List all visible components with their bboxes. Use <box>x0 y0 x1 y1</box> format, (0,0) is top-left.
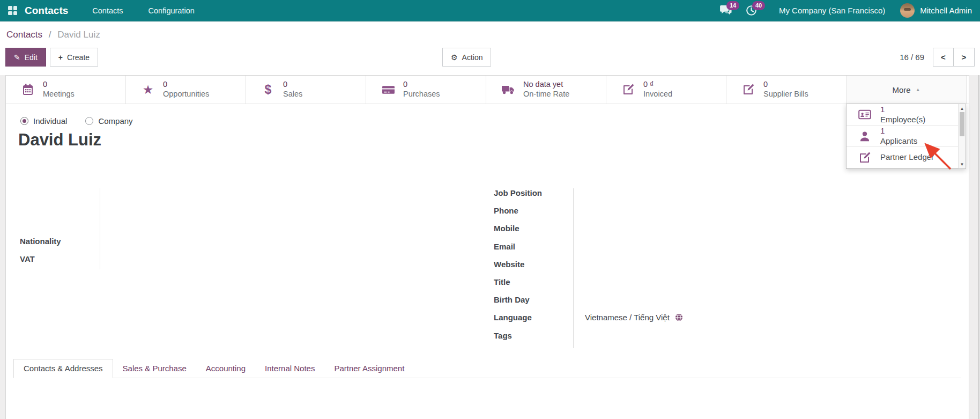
systray: 14 40 My Company (San Francisco) Mitchel… <box>720 3 972 18</box>
field-row-website: Website <box>494 255 815 273</box>
field-row-tags: Tags <box>494 327 815 344</box>
right-field-group: Job Position Phone Mobile Email Website … <box>494 184 815 344</box>
edit-icon <box>741 83 755 97</box>
radio-company-circle[interactable] <box>85 117 93 125</box>
stat-value-opportunities: 0 <box>163 80 209 90</box>
menu-contacts[interactable]: Contacts <box>92 6 123 15</box>
more-button[interactable]: More ▲ <box>847 76 967 104</box>
menu-item-applicants[interactable]: 1 Applicants <box>847 126 966 147</box>
globe-icon[interactable] <box>675 313 683 321</box>
field-row-email: Email <box>494 238 815 255</box>
action-button[interactable]: ⚙ Action <box>442 48 491 67</box>
field-label-nationality: Nationality <box>20 237 61 246</box>
field-row-title: Title <box>494 273 815 291</box>
edit-button-label: Edit <box>25 53 38 62</box>
stat-button-meetings[interactable]: 0 Meetings <box>6 76 126 104</box>
credit-card-icon <box>381 83 395 97</box>
action-button-label: Action <box>462 53 483 62</box>
pager-buttons: < > <box>933 48 975 67</box>
dropdown-scrollbar[interactable]: ▲ ▼ <box>958 104 966 168</box>
radio-individual[interactable]: Individual <box>20 116 67 126</box>
tab-partner-assignment[interactable]: Partner Assignment <box>324 359 414 378</box>
menu-item-partner-ledger[interactable]: Partner Ledger <box>847 147 966 168</box>
more-dropdown-menu: 1 Employee(s) 1 Applicants Partner Ledge… <box>846 104 966 169</box>
pager-previous-button[interactable]: < <box>933 48 954 67</box>
caret-up-icon: ▲ <box>916 87 920 92</box>
star-icon: ★ <box>141 83 155 97</box>
menu-value-employees: 1 <box>880 105 925 115</box>
field-row-birth-day: Birth Day <box>494 291 815 308</box>
pencil-icon: ✎ <box>14 54 20 61</box>
tab-sales-purchase[interactable]: Sales & Purchase <box>113 359 196 378</box>
user-menu[interactable]: Mitchell Admin <box>920 6 972 15</box>
user-avatar[interactable] <box>900 3 915 18</box>
radio-company[interactable]: Company <box>85 116 132 126</box>
field-label-job-position: Job Position <box>494 188 573 197</box>
tab-accounting[interactable]: Accounting <box>196 359 255 378</box>
pager: 16 / 69 < > <box>900 48 975 67</box>
create-button-label: Create <box>67 53 90 62</box>
control-panel: Contacts / David Luiz ✎ Edit + Create ⚙ … <box>0 21 980 75</box>
messages-icon[interactable]: 14 <box>720 5 732 17</box>
app-brand[interactable]: Contacts <box>25 5 68 17</box>
radio-company-label: Company <box>98 116 132 126</box>
field-row-vat: VAT <box>20 250 99 268</box>
stat-button-purchases[interactable]: 0 Purchases <box>366 76 486 104</box>
calendar-icon <box>21 83 35 97</box>
left-field-group: Nationality VAT <box>20 232 99 268</box>
stat-label-meetings: Meetings <box>43 90 75 99</box>
radio-individual-circle[interactable] <box>20 117 28 125</box>
pager-counter: 16 / 69 <box>900 53 924 62</box>
user-icon <box>858 130 871 143</box>
plus-icon: + <box>58 54 63 61</box>
stat-button-sales[interactable]: $ 0 Sales <box>246 76 366 104</box>
field-label-title: Title <box>494 277 573 286</box>
field-label-vat: VAT <box>20 254 35 263</box>
stat-label-opportunities: Opportunities <box>163 90 209 99</box>
create-button[interactable]: + Create <box>50 48 98 67</box>
edit-icon <box>621 83 635 97</box>
menu-label-partner-ledger: Partner Ledger <box>880 152 934 163</box>
field-label-mobile: Mobile <box>494 224 573 233</box>
gear-icon: ⚙ <box>451 54 458 61</box>
id-card-icon <box>858 108 871 121</box>
scroll-down-icon[interactable]: ▼ <box>959 161 966 167</box>
stat-button-supplier-bills[interactable]: 0 Supplier Bills <box>726 76 847 104</box>
field-label-phone: Phone <box>494 206 573 215</box>
field-row-phone: Phone <box>494 202 815 219</box>
stat-value-sales: 0 <box>283 80 302 90</box>
field-row-mobile: Mobile <box>494 219 815 237</box>
company-type-selector: Individual Company <box>20 116 969 126</box>
menu-item-employees[interactable]: 1 Employee(s) <box>847 104 966 126</box>
edit-button[interactable]: ✎ Edit <box>5 48 46 67</box>
field-label-language: Language <box>494 313 573 322</box>
field-label-birth-day: Birth Day <box>494 295 573 304</box>
messages-badge: 14 <box>726 1 739 10</box>
stat-value-invoiced: 0 ₫ <box>643 80 672 90</box>
stat-button-box: 0 Meetings ★ 0 Opportunities $ 0 Sales <box>6 76 969 104</box>
stat-label-sales: Sales <box>283 90 302 99</box>
breadcrumb: Contacts / David Luiz <box>6 30 975 40</box>
menu-label-applicants: Applicants <box>880 136 917 146</box>
radio-individual-label: Individual <box>33 116 67 126</box>
menu-configuration[interactable]: Configuration <box>149 6 195 15</box>
apps-menu-icon[interactable] <box>8 6 17 15</box>
field-row-language: Language Vietnamese / Tiếng Việt <box>494 308 815 326</box>
pager-next-button[interactable]: > <box>954 48 975 67</box>
activities-icon[interactable]: 40 <box>746 5 758 17</box>
stat-button-invoiced[interactable]: 0 ₫ Invoiced <box>606 76 726 104</box>
scrollbar-thumb[interactable] <box>960 112 964 136</box>
menu-value-applicants: 1 <box>880 126 917 136</box>
field-label-email: Email <box>494 242 573 251</box>
tab-contacts-addresses[interactable]: Contacts & Addresses <box>13 359 113 378</box>
field-label-website: Website <box>494 260 573 269</box>
field-row-job-position: Job Position <box>494 184 815 202</box>
breadcrumb-contacts[interactable]: Contacts <box>6 30 42 40</box>
scroll-up-icon[interactable]: ▲ <box>959 105 966 112</box>
tab-internal-notes[interactable]: Internal Notes <box>255 359 324 378</box>
edit-icon <box>858 151 871 164</box>
stat-button-opportunities[interactable]: ★ 0 Opportunities <box>126 76 246 104</box>
breadcrumb-current: David Luiz <box>57 30 100 40</box>
stat-button-ontime-rate[interactable]: No data yet On-time Rate <box>486 76 606 104</box>
company-switcher[interactable]: My Company (San Francisco) <box>779 6 885 15</box>
